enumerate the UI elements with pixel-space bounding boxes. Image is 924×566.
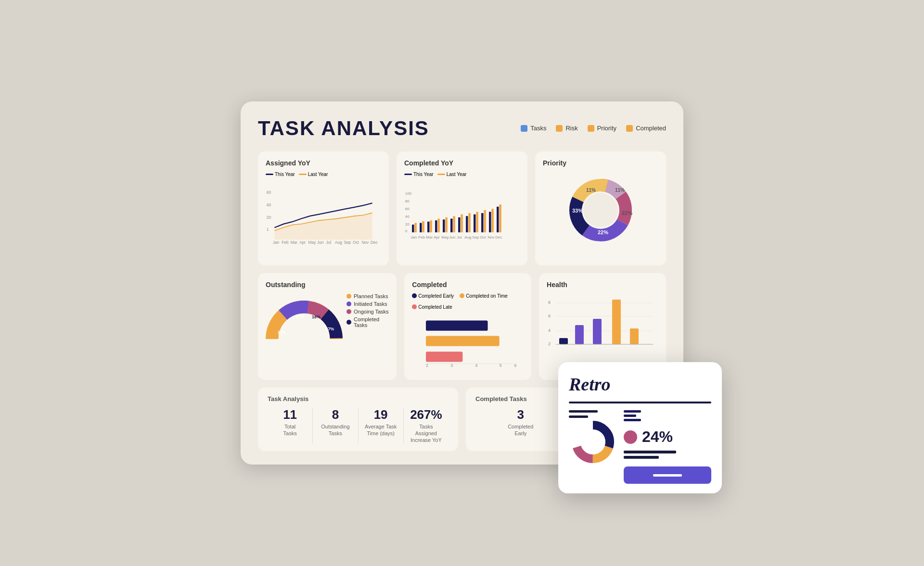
svg-text:0: 0 <box>405 229 408 233</box>
svg-text:Jan: Jan <box>411 235 417 239</box>
svg-text:Apr: Apr <box>434 235 440 239</box>
completed-yoy-svg: 100 80 60 40 20 0 <box>404 179 520 256</box>
retro-mini-lines <box>569 410 617 418</box>
retro-percent-value: 24% <box>642 428 673 446</box>
svg-text:100: 100 <box>405 191 412 195</box>
svg-text:4: 4 <box>548 328 551 333</box>
svg-text:Sep: Sep <box>344 240 351 245</box>
stat-completed-early-desc: CompletedEarly <box>481 423 560 437</box>
completed-this-year-label: This Year <box>413 172 434 177</box>
svg-rect-30 <box>443 219 445 232</box>
top-charts-row: Assigned YoY This Year Last Year 60 40 2… <box>258 151 666 265</box>
stat-total-tasks-desc: TotalTasks <box>273 423 307 437</box>
svg-text:80: 80 <box>405 199 410 203</box>
completed-svg: 2 3 4 5 6 <box>412 313 524 370</box>
retro-donut-svg <box>569 418 617 466</box>
svg-rect-91 <box>575 325 584 344</box>
legend-risk-dot <box>556 125 563 132</box>
svg-rect-24 <box>420 223 422 232</box>
svg-text:20: 20 <box>267 214 271 219</box>
stat-completed-early: 3 CompletedEarly <box>475 407 566 437</box>
priority-chart-title: Priority <box>543 159 658 167</box>
retro-left-section <box>569 410 617 468</box>
svg-text:Dec: Dec <box>371 240 378 245</box>
svg-text:Apr: Apr <box>299 240 306 245</box>
svg-rect-36 <box>466 216 468 232</box>
retro-btn-inner-line <box>653 474 682 477</box>
svg-rect-74 <box>426 336 500 346</box>
dashboard-header: TASK ANALYSIS Tasks Risk Priority Comple… <box>258 117 666 140</box>
health-svg: 8 6 4 2 <box>547 293 658 365</box>
svg-text:6: 6 <box>548 314 551 318</box>
completed-yoy-chart: Completed YoY This Year Last Year 100 80… <box>397 151 527 265</box>
svg-text:1: 1 <box>267 226 269 231</box>
health-chart-title: Health <box>547 281 658 289</box>
outstanding-legend-initiated: Initiated Tasks <box>346 301 389 307</box>
svg-text:May: May <box>441 235 449 239</box>
retro-divider <box>569 402 711 403</box>
retro-bar-line-2 <box>624 456 659 459</box>
svg-text:4: 4 <box>475 363 478 368</box>
assigned-yoy-legend-thisyear: This Year <box>266 172 295 177</box>
assigned-yoy-title: Assigned YoY <box>266 159 381 167</box>
legend-priority-label: Priority <box>597 125 616 132</box>
svg-rect-34 <box>458 217 460 232</box>
task-analysis-stats: Task Analysis 11 TotalTasks 8 Outstandin… <box>258 388 458 452</box>
svg-rect-35 <box>461 214 462 232</box>
legend-priority[interactable]: Priority <box>588 125 616 132</box>
retro-purple-button[interactable] <box>624 466 711 484</box>
priority-chart: Priority <box>535 151 666 265</box>
completed-last-year-label: Last Year <box>447 172 467 177</box>
completed-legend-early: Completed Early <box>412 293 454 299</box>
retro-bar-line-1 <box>624 451 676 453</box>
assigned-yoy-svg: 60 40 20 1 Jan Feb Mar Apr May Jun Jul A… <box>266 179 381 256</box>
legend-risk[interactable]: Risk <box>556 125 578 132</box>
outstanding-legend-planned: Planned Tasks <box>346 293 389 299</box>
svg-rect-92 <box>593 319 602 344</box>
svg-text:60: 60 <box>267 190 271 195</box>
outstanding-title: Outstanding <box>266 281 389 289</box>
legend-risk-label: Risk <box>565 125 578 132</box>
svg-text:27%: 27% <box>295 314 304 318</box>
svg-rect-26 <box>427 221 429 232</box>
svg-rect-40 <box>481 213 483 232</box>
svg-rect-39 <box>476 212 478 232</box>
svg-text:2: 2 <box>426 363 428 368</box>
svg-rect-33 <box>453 216 455 232</box>
header-legend: Tasks Risk Priority Completed <box>521 125 666 132</box>
svg-text:Feb: Feb <box>418 235 425 239</box>
svg-rect-94 <box>630 328 639 344</box>
svg-text:20: 20 <box>405 222 410 226</box>
svg-rect-73 <box>426 320 488 330</box>
retro-card: Retro <box>558 362 722 493</box>
svg-rect-27 <box>430 220 432 232</box>
svg-text:Jul: Jul <box>326 240 332 245</box>
stat-avg-time-desc: Average TaskTime (days) <box>364 423 398 437</box>
completed-yoy-title: Completed YoY <box>404 159 520 167</box>
svg-text:Jun: Jun <box>449 235 455 239</box>
completed-chart: Completed Completed Early Completed on T… <box>404 273 531 380</box>
svg-text:Jul: Jul <box>457 235 462 239</box>
main-dashboard-card: TASK ANALYSIS Tasks Risk Priority Comple… <box>241 101 683 465</box>
legend-completed[interactable]: Completed <box>626 125 666 132</box>
legend-tasks[interactable]: Tasks <box>521 125 546 132</box>
completed-legend-late: Completed Late <box>412 304 452 310</box>
svg-rect-93 <box>612 300 621 344</box>
task-analysis-label: Task Analysis <box>268 395 449 402</box>
retro-content: 24% <box>569 410 711 484</box>
svg-rect-90 <box>559 338 568 344</box>
retro-hamburger-icon[interactable] <box>624 410 641 421</box>
svg-text:27%: 27% <box>278 330 286 335</box>
svg-rect-25 <box>422 221 424 232</box>
svg-rect-41 <box>484 210 486 232</box>
svg-rect-32 <box>450 218 452 232</box>
svg-rect-22 <box>412 225 414 232</box>
stat-increase-yoy-desc: Tasks AssignedIncrease YoY <box>410 423 443 444</box>
svg-text:40: 40 <box>267 202 271 207</box>
svg-text:Aug: Aug <box>335 240 342 245</box>
retro-line-1 <box>569 410 598 413</box>
svg-text:Aug: Aug <box>464 235 471 239</box>
svg-text:22%: 22% <box>622 210 632 216</box>
outstanding-svg: 27% 27% 18% 27% <box>266 293 343 346</box>
svg-text:22%: 22% <box>598 229 608 235</box>
